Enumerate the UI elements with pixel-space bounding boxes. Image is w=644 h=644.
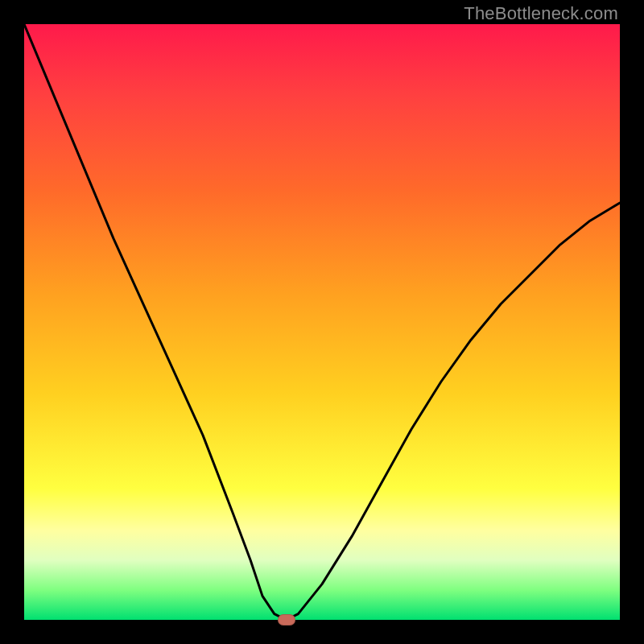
- plot-area: [24, 24, 620, 620]
- watermark-text: TheBottleneck.com: [464, 3, 618, 24]
- chart-frame: TheBottleneck.com: [0, 0, 644, 644]
- bottleneck-curve: [24, 24, 620, 620]
- current-config-marker: [278, 614, 295, 625]
